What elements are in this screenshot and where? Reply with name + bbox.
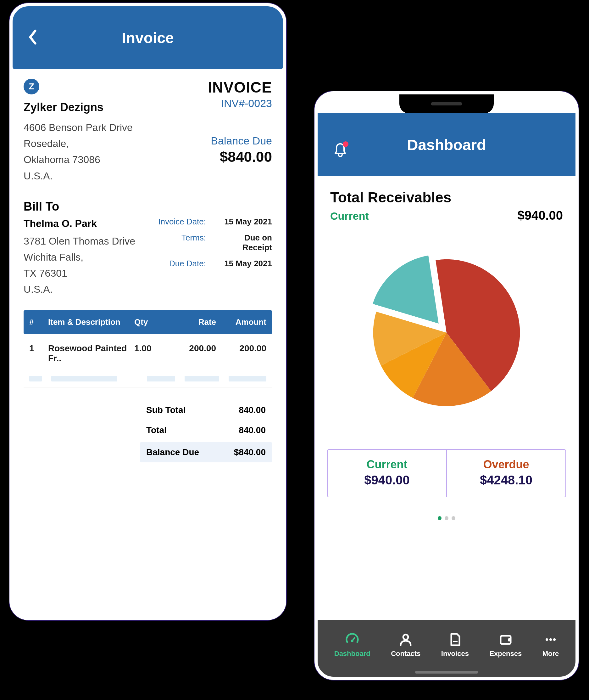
bill-to-address-line: Wichita Falls, (24, 249, 135, 265)
page-dot[interactable] (445, 516, 448, 520)
invoice-title: INVOICE (208, 79, 272, 96)
tab-expenses[interactable]: Expenses (489, 633, 522, 658)
summary-overdue-amount: $4248.10 (450, 473, 562, 487)
notifications-button[interactable] (333, 143, 347, 159)
company-logo: Z (24, 79, 39, 95)
current-label: Current (330, 210, 369, 222)
bill-to-address-line: TX 76301 (24, 265, 135, 281)
terms-value: Due on Receipt (215, 233, 272, 252)
item-qty: 1.00 (134, 343, 169, 364)
page-indicator (318, 516, 576, 520)
company-address-line: Rosedale, (24, 136, 133, 152)
dashboard-header-bar: Dashboard (318, 113, 576, 176)
tab-label: Invoices (441, 650, 469, 658)
due-date-label: Due Date: (169, 259, 206, 269)
page-dot[interactable] (438, 516, 441, 520)
phone-dashboard: Dashboard Total Receivables Current $940… (315, 91, 579, 680)
chevron-left-icon (28, 30, 37, 45)
receivables-section: Total Receivables Current $940.00 (318, 176, 576, 223)
pie-chart (318, 245, 576, 421)
col-number: # (29, 317, 48, 327)
company-address-line: 4606 Benson Park Drive (24, 120, 133, 136)
summary-overdue-label: Overdue (450, 458, 562, 471)
col-rate: Rate (169, 317, 216, 327)
table-row[interactable]: 1 Rosewood Painted Fr.. 1.00 200.00 200.… (24, 334, 272, 370)
pie-chart-svg (359, 245, 535, 421)
total-label: Total (146, 425, 167, 435)
skeleton-row (24, 370, 272, 388)
device-notch (399, 95, 494, 113)
balance-due-row-value: $840.00 (234, 447, 266, 457)
tab-label: Dashboard (334, 650, 370, 658)
back-button[interactable] (28, 30, 37, 46)
balance-due-row-label: Balance Due (146, 447, 199, 457)
col-amount: Amount (216, 317, 266, 327)
summary-box: Current $940.00 Overdue $4248.10 (327, 449, 566, 497)
wallet-icon (499, 633, 513, 647)
home-indicator (415, 671, 478, 674)
summary-overdue[interactable]: Overdue $4248.10 (447, 450, 565, 497)
tab-label: Contacts (391, 650, 420, 658)
bill-to-address-line: U.S.A. (24, 281, 135, 297)
subtotal-value: 840.00 (239, 405, 266, 415)
subtotal-label: Sub Total (146, 405, 186, 415)
item-num: 1 (29, 343, 48, 364)
page-title: Dashboard (407, 136, 486, 154)
terms-label: Terms: (181, 233, 206, 252)
svg-rect-5 (508, 638, 511, 642)
tab-label: More (543, 650, 559, 658)
page-title: Invoice (122, 29, 174, 46)
gauge-icon (345, 633, 359, 647)
tab-more[interactable]: More (543, 633, 559, 658)
person-icon (399, 633, 413, 647)
company-name: Zylker Dezigns (24, 101, 133, 114)
item-desc: Rosewood Painted Fr.. (48, 343, 134, 364)
item-amount: 200.00 (216, 343, 266, 364)
svg-point-6 (546, 638, 548, 641)
invoice-content: Z Zylker Dezigns 4606 Benson Park Drive … (13, 69, 283, 472)
tab-contacts[interactable]: Contacts (391, 633, 420, 658)
summary-current-amount: $940.00 (331, 473, 443, 487)
due-date-value: 15 May 2021 (215, 259, 272, 269)
item-rate: 200.00 (169, 343, 216, 364)
phone-invoice: Invoice Z Zylker Dezigns 4606 Benson Par… (9, 3, 286, 620)
svg-point-7 (549, 638, 552, 641)
company-address-line: Oklahoma 73086 (24, 152, 133, 168)
bill-to-label: Bill To (24, 200, 135, 214)
document-icon (448, 633, 462, 647)
more-icon (544, 633, 558, 647)
items-table-header: # Item & Description Qty Rate Amount (24, 310, 272, 334)
invoice-header-bar: Invoice (13, 6, 283, 69)
current-amount: $940.00 (517, 208, 563, 223)
tab-label: Expenses (489, 650, 522, 658)
invoice-date-value: 15 May 2021 (215, 217, 272, 227)
tab-dashboard[interactable]: Dashboard (334, 633, 370, 658)
summary-current[interactable]: Current $940.00 (328, 450, 447, 497)
notification-badge (343, 141, 349, 147)
svg-point-8 (553, 638, 556, 641)
col-qty: Qty (134, 317, 169, 327)
tab-invoices[interactable]: Invoices (441, 633, 469, 658)
total-value: 840.00 (239, 425, 266, 435)
balance-due-label: Balance Due (208, 135, 272, 147)
bill-to-name: Thelma O. Park (24, 218, 135, 230)
summary-current-label: Current (331, 458, 443, 471)
balance-due-amount: $840.00 (208, 148, 272, 165)
svg-line-1 (352, 638, 355, 641)
col-description: Item & Description (48, 317, 134, 327)
tab-bar: Dashboard Contacts Invoices Expenses Mor… (318, 620, 576, 677)
invoice-date-label: Invoice Date: (158, 217, 206, 227)
bill-to-address-line: 3781 Olen Thomas Drive (24, 233, 135, 249)
svg-point-2 (403, 635, 408, 640)
company-address-line: U.S.A. (24, 168, 133, 184)
page-dot[interactable] (451, 516, 455, 520)
invoice-number: INV#-0023 (208, 97, 272, 110)
total-receivables-title: Total Receivables (330, 189, 563, 206)
totals: Sub Total 840.00 Total 840.00 Balance Du… (24, 400, 272, 462)
